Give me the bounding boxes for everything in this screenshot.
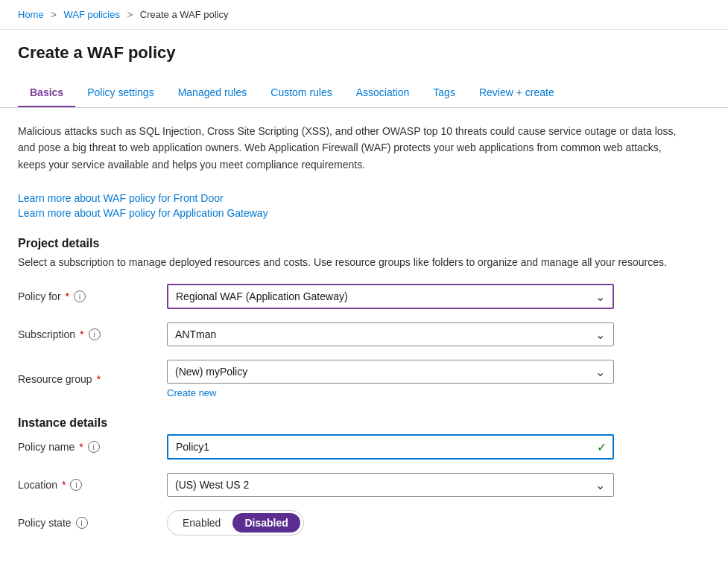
policy-for-label: Policy for * i — [18, 290, 167, 302]
location-row: Location * i (US) West US 2 (US) East US… — [18, 473, 710, 497]
policy-for-info-icon[interactable]: i — [74, 290, 86, 302]
location-label-text: Location — [18, 479, 57, 491]
page-title: Create a WAF policy — [18, 43, 710, 63]
policy-name-control: ✓ — [167, 434, 614, 460]
tab-managed-rules[interactable]: Managed rules — [166, 79, 259, 107]
subscription-control: ANTman — [167, 322, 614, 346]
policy-name-row: Policy name * i ✓ — [18, 434, 710, 460]
policy-name-check-icon: ✓ — [597, 440, 607, 454]
tab-policy-settings[interactable]: Policy settings — [75, 79, 165, 107]
tab-tags[interactable]: Tags — [421, 79, 467, 107]
resource-group-control: (New) myPolicy Create new — [167, 360, 614, 398]
location-control: (US) West US 2 (US) East US (EU) West Eu… — [167, 473, 614, 497]
breadcrumb: Home > WAF policies > Create a WAF polic… — [0, 0, 728, 30]
instance-details-title: Instance details — [18, 416, 710, 430]
policy-for-row: Policy for * i Regional WAF (Application… — [18, 284, 710, 309]
subscription-row: Subscription * i ANTman — [18, 322, 710, 346]
policy-state-control: Enabled Disabled — [167, 510, 614, 535]
breadcrumb-waf-policies[interactable]: WAF policies — [64, 9, 120, 20]
subscription-select[interactable]: ANTman — [167, 322, 614, 346]
link-app-gateway[interactable]: Learn more about WAF policy for Applicat… — [18, 207, 710, 219]
policy-for-label-text: Policy for — [18, 290, 61, 302]
create-new-link[interactable]: Create new — [167, 387, 614, 398]
location-select[interactable]: (US) West US 2 (US) East US (EU) West Eu… — [167, 473, 614, 497]
description-text: Malicious attacks such as SQL Injection,… — [18, 123, 689, 173]
resource-group-select[interactable]: (New) myPolicy — [167, 360, 614, 384]
page-header: Create a WAF policy — [0, 30, 728, 70]
policy-for-select[interactable]: Regional WAF (Application Gateway) Globa… — [167, 284, 614, 309]
subscription-label: Subscription * i — [18, 328, 167, 340]
policy-name-required: * — [79, 441, 83, 453]
location-label: Location * i — [18, 479, 167, 491]
policy-for-required: * — [66, 290, 69, 302]
resource-group-label-text: Resource group — [18, 373, 92, 385]
toggle-disabled[interactable]: Disabled — [232, 513, 300, 533]
location-select-wrapper: (US) West US 2 (US) East US (EU) West Eu… — [167, 473, 614, 497]
tab-basics[interactable]: Basics — [18, 79, 75, 107]
location-required: * — [62, 479, 66, 491]
toggle-enabled[interactable]: Enabled — [171, 513, 232, 533]
resource-group-label: Resource group * — [18, 373, 167, 385]
tab-association[interactable]: Association — [344, 79, 422, 107]
subscription-select-wrapper: ANTman — [167, 322, 614, 346]
resource-group-required: * — [97, 373, 101, 385]
policy-name-info-icon[interactable]: i — [88, 441, 100, 453]
policy-state-toggle: Enabled Disabled — [167, 510, 304, 535]
breadcrumb-sep-2: > — [127, 9, 133, 20]
tab-custom-rules[interactable]: Custom rules — [259, 79, 344, 107]
breadcrumb-home[interactable]: Home — [18, 9, 44, 20]
policy-name-input[interactable] — [167, 434, 614, 460]
policy-for-select-wrapper: Regional WAF (Application Gateway) Globa… — [167, 284, 614, 309]
breadcrumb-current: Create a WAF policy — [140, 9, 229, 20]
policy-state-info-icon[interactable]: i — [76, 517, 88, 529]
policy-state-label-text: Policy state — [18, 517, 72, 529]
policy-state-row: Policy state i Enabled Disabled — [18, 510, 710, 535]
subscription-info-icon[interactable]: i — [89, 328, 101, 340]
location-info-icon[interactable]: i — [70, 479, 82, 491]
project-details-desc: Select a subscription to manage deployed… — [18, 255, 689, 270]
resource-group-select-wrapper: (New) myPolicy — [167, 360, 614, 384]
policy-name-label-text: Policy name — [18, 441, 75, 453]
project-details-title: Project details — [18, 237, 710, 250]
subscription-required: * — [80, 328, 83, 340]
resource-group-row: Resource group * (New) myPolicy Create n… — [18, 360, 710, 398]
link-front-door[interactable]: Learn more about WAF policy for Front Do… — [18, 192, 710, 204]
policy-name-input-wrapper: ✓ — [167, 434, 614, 460]
subscription-label-text: Subscription — [18, 328, 75, 340]
tabs-container: Basics Policy settings Managed rules Cus… — [0, 79, 728, 108]
policy-state-label: Policy state i — [18, 517, 167, 529]
content-area: Malicious attacks such as SQL Injection,… — [0, 108, 728, 564]
policy-for-control: Regional WAF (Application Gateway) Globa… — [167, 284, 614, 309]
policy-name-label: Policy name * i — [18, 441, 167, 453]
breadcrumb-sep-1: > — [51, 9, 57, 20]
tab-review-create[interactable]: Review + create — [467, 79, 566, 107]
